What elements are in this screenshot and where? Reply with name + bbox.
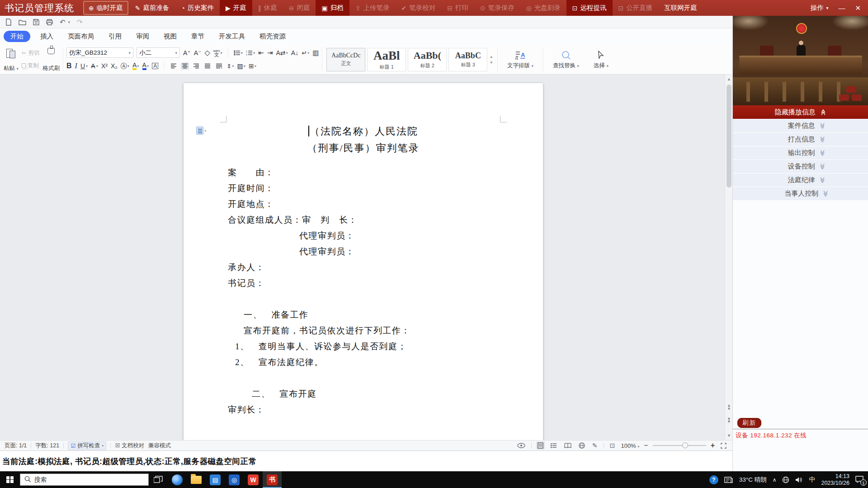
scroll-up-icon[interactable]: ▲ [725, 77, 732, 81]
button-remote-interrogation[interactable]: ⊡远程提讯 [566, 0, 613, 16]
panel-item-marker-info[interactable]: 打点信息≫ [733, 132, 868, 146]
next-page-icon[interactable]: ▼▼ [725, 418, 732, 423]
button-internet-court[interactable]: 互联网开庭 [658, 0, 703, 16]
minimize-button[interactable]: — [838, 4, 845, 12]
phonetic-guide-button[interactable]: wén文▾ [213, 49, 222, 56]
numbering-button[interactable]: 13▾ [246, 50, 255, 56]
courtroom-video-feed[interactable] [733, 16, 868, 105]
refresh-button[interactable]: 刷新 [737, 418, 761, 428]
borders-button[interactable]: ⊞▾ [249, 63, 256, 69]
previous-page-icon[interactable]: ▲▲ [725, 404, 732, 409]
doc-proofread-toggle[interactable]: ☒ 文档校对 [115, 442, 144, 450]
char-border-button[interactable]: A [152, 63, 158, 69]
wps-app-icon[interactable]: W [244, 471, 263, 488]
task-view-button[interactable] [149, 471, 168, 488]
styles-scroll-down-icon[interactable]: ▾ [490, 60, 492, 65]
align-center-button[interactable] [181, 62, 189, 70]
wrap-mark-button[interactable]: ↵▾ [302, 50, 309, 56]
bold-button[interactable]: B [66, 62, 72, 70]
columns-button[interactable]: ▥ [312, 49, 319, 56]
underline-button[interactable]: U [80, 63, 85, 69]
zoom-slider-knob[interactable] [682, 442, 688, 448]
close-button[interactable]: ✕ [855, 4, 861, 12]
find-replace-button[interactable]: 查找替换 ▾ [546, 46, 586, 73]
decrease-indent-button[interactable]: ⇤ [258, 49, 264, 56]
font-family-select[interactable]: 仿宋_GB2312▾ [66, 47, 133, 58]
font-size-select[interactable]: 小二▾ [137, 47, 180, 58]
web-layout-icon[interactable] [577, 441, 586, 450]
clerk-app-icon-active[interactable]: 书 [263, 471, 282, 488]
zoom-level[interactable]: 100% ▾ [621, 442, 639, 449]
file-explorer-icon[interactable] [187, 471, 206, 488]
justify-button[interactable] [203, 62, 212, 70]
grow-font-button[interactable]: A⁺ [183, 50, 191, 56]
font-color-button[interactable]: A▾ [142, 62, 149, 70]
style-heading3[interactable]: AaBbC标题 3 [448, 48, 487, 71]
align-right-button[interactable] [192, 62, 200, 70]
news-weather-icon[interactable] [724, 476, 733, 483]
scrollbar-thumb[interactable] [726, 84, 731, 188]
panel-item-output-control[interactable]: 输出控制≫ [733, 146, 868, 160]
new-file-icon[interactable] [5, 19, 12, 26]
volume-icon[interactable] [795, 477, 803, 483]
bullets-button[interactable]: ▾ [234, 50, 243, 56]
distribute-button[interactable] [215, 62, 223, 70]
paste-button[interactable]: 粘贴 ▾ [4, 47, 19, 72]
app-icon-blue-2[interactable]: ◎ [225, 471, 244, 488]
button-open-court[interactable]: ▶开庭 [220, 0, 252, 16]
fullscreen-icon[interactable] [719, 442, 728, 450]
increase-indent-button[interactable]: ⇥ [267, 49, 273, 56]
line-spacing-button[interactable]: ⇕▾ [226, 63, 234, 69]
help-tray-icon[interactable]: ? [709, 475, 718, 484]
tab-home[interactable]: 开始 [4, 31, 30, 42]
undo-dropdown-icon[interactable]: ▾ [68, 20, 71, 24]
network-icon[interactable] [782, 476, 789, 483]
tab-view[interactable]: 视图 [156, 32, 184, 41]
zoom-slider[interactable] [653, 445, 706, 446]
select-button[interactable]: 选择 ▾ [586, 46, 616, 73]
spell-check-toggle[interactable]: ☑拼写检查▾ [68, 441, 106, 450]
button-temp-court[interactable]: ⊕临时开庭 [83, 1, 128, 15]
format-painter-button[interactable]: 格式刷 [43, 47, 60, 72]
align-left-button[interactable] [170, 62, 178, 70]
hide-playback-info-button[interactable]: 隐藏播放信息 ≫ [733, 105, 868, 119]
document-page[interactable]: ▾ （法院名称）人民法院 （刑事/民事）审判笔录 案 由： 开庭时间： 开庭地点… [184, 83, 543, 440]
browser-icon[interactable] [168, 471, 187, 488]
outline-view-icon[interactable] [549, 442, 558, 449]
app-icon-blue-1[interactable]: ▤ [206, 471, 225, 488]
tab-section[interactable]: 章节 [184, 32, 212, 41]
zoom-out-button[interactable]: − [644, 441, 648, 450]
tab-review[interactable]: 审阅 [129, 32, 156, 41]
vertical-scrollbar[interactable]: ▲ ▲▲ ▼▼ ▼ [725, 75, 732, 440]
clear-format-button[interactable]: ◇ [204, 49, 210, 56]
hidden-icons-chevron[interactable]: ∧ [773, 477, 777, 483]
button-archive[interactable]: ▣归档 [316, 0, 349, 16]
start-button[interactable] [0, 471, 20, 488]
button-pretrial-prep[interactable]: ✎庭前准备 [129, 0, 175, 16]
page-view-icon[interactable] [536, 441, 545, 450]
shrink-font-button[interactable]: A⁻ [194, 50, 202, 56]
read-mode-icon[interactable] [563, 442, 573, 449]
taskbar-clock[interactable]: 14:13 2023/10/26 [821, 473, 849, 487]
highlight-color-button[interactable]: A▾ [132, 62, 139, 70]
eye-protect-icon[interactable] [516, 442, 527, 449]
taskbar-search-input[interactable]: 搜索 [20, 474, 149, 486]
italic-button[interactable]: I [75, 62, 77, 70]
print-icon[interactable] [46, 19, 53, 25]
style-heading1[interactable]: AaBl标题 1 [367, 48, 406, 71]
panel-item-court-discipline[interactable]: 法庭纪律≫ [733, 173, 868, 187]
redo-icon[interactable]: ↷ [77, 18, 83, 26]
styles-scroll-up-icon[interactable]: ▴ [490, 54, 492, 59]
fit-page-icon[interactable]: ⊡ [609, 441, 617, 450]
panel-item-party-control[interactable]: 当事人控制≫ [733, 187, 868, 200]
button-history-cases[interactable]: ◔历史案件 [175, 0, 219, 16]
undo-icon[interactable]: ↶ [60, 18, 66, 26]
tab-insert[interactable]: 插入 [33, 32, 61, 41]
save-icon[interactable] [33, 19, 39, 25]
tab-dev-tools[interactable]: 开发工具 [212, 32, 252, 41]
tab-page-layout[interactable]: 页面布局 [61, 32, 101, 41]
style-normal[interactable]: AaBbCcDc正文 [326, 48, 365, 71]
weather-text[interactable]: 33°C 晴朗 [739, 476, 767, 484]
tab-references[interactable]: 引用 [101, 32, 129, 41]
panel-item-case-info[interactable]: 案件信息≫ [733, 119, 868, 132]
